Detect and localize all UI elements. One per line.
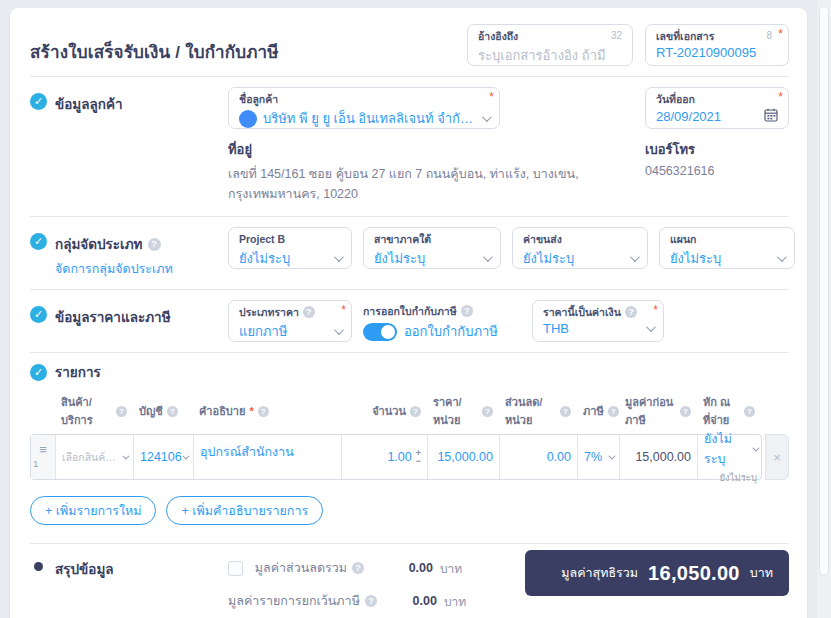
summary-value: 0.00 [382,594,437,608]
select-label: ค่าขนส่ง [523,233,562,245]
select-label: สาขาภาคใต้ [374,233,431,245]
col-withholding: หัก ณ ที่จ่าย [703,393,740,429]
help-icon[interactable]: ? [608,406,619,417]
doc-number-char-counter: 8 [766,30,772,42]
help-icon[interactable]: ? [744,406,755,417]
customer-name-value: บริษัท พี ยู ยู เอ็น อินเทลลิเจนท์ จำกัด… [263,108,473,129]
scrollbar-track[interactable] [817,0,831,618]
classification-select-project[interactable]: Project B ยังไม่ระบุ [228,227,352,269]
select-value: ยังไม่ระบุ [239,248,290,269]
issue-date-value: 28/09/2021 [656,109,721,124]
add-item-button[interactable]: + เพิ่มรายการใหม่ [30,496,156,525]
withholding-select[interactable]: ยังไม่ระบุ ยังไม่ระบุ [698,435,761,479]
chevron-down-icon [646,322,656,332]
stepper-minus-icon[interactable]: − [416,457,421,465]
classification-section: ✓ กลุ่มจัดประเภท ? จัดการกลุ่มจัดประเภท … [30,217,789,289]
grand-total-box: มูลค่าสุทธิรวม 16,050.00 บาท [525,550,789,596]
summary-unit: บาท [438,559,468,578]
unit-price-value: 15,000.00 [437,450,493,464]
currency-value: THB [543,321,569,336]
reference-input[interactable]: ระบุเอกสารอ้างอิง ถ้ามี [478,45,622,66]
section-check-icon: ✓ [30,306,47,323]
help-icon[interactable]: ? [461,305,473,317]
section-check-icon: ✓ [30,93,47,110]
unit-price-input[interactable]: 15,000.00 [428,435,500,479]
col-discount: ส่วนลด/หน่วย [505,393,556,429]
select-value: ยังไม่ระบุ [670,248,721,269]
tax-invoice-toggle[interactable] [363,323,397,341]
grand-total-value: 16,050.00 [648,562,740,585]
calendar-icon[interactable] [764,108,778,125]
pre-tax-value: 15,000.00 [635,450,691,464]
quantity-stepper[interactable]: 1.00 + − [342,435,428,479]
classification-select-shipping[interactable]: ค่าขนส่ง ยังไม่ระบุ [512,227,648,269]
classification-select-department[interactable]: แผนก ยังไม่ระบุ [659,227,795,269]
classification-section-header: ✓ กลุ่มจัดประเภท ? จัดการกลุ่มจัดประเภท [30,227,228,279]
issue-date-label: วันที่ออก [656,93,695,105]
help-icon[interactable]: ? [560,406,571,417]
manage-classification-link[interactable]: จัดการกลุ่มจัดประเภท [55,259,173,279]
pricing-section-label: ข้อมูลราคาและภาษี [55,306,171,328]
doc-number-field[interactable]: * เลขที่เอกสาร 8 RT-20210900095 [645,24,789,66]
col-unit-price: ราคา/หน่วย [433,393,478,429]
help-icon[interactable]: ? [680,406,691,417]
select-value: ยังไม่ระบุ [374,248,425,269]
tax-value: 7% [584,450,602,464]
chevron-down-icon [608,452,615,459]
help-icon[interactable]: ? [167,406,178,417]
summary-label: มูลค่ารายการยกเว้นภาษี [228,591,360,611]
customer-section-header: ✓ ข้อมูลลูกค้า [30,87,228,204]
price-type-select[interactable]: * ประเภทราคา ? แยกภาษี [228,300,352,342]
classification-select-branch[interactable]: สาขาภาคใต้ ยังไม่ระบุ [363,227,501,269]
help-icon[interactable]: ? [258,406,269,417]
summary-row-discount: มูลค่าส่วนลดรวม? 0.00 บาท [228,558,468,578]
help-icon[interactable]: ? [352,562,364,574]
chevron-down-icon [182,452,189,459]
required-asterisk: * [341,303,346,317]
select-label: แผนก [670,233,696,245]
help-icon[interactable]: ? [365,595,377,607]
select-label: Project B [239,233,285,245]
help-icon[interactable]: ? [116,406,127,417]
quantity-value: 1.00 [387,450,411,464]
account-value: 124106 [140,450,182,464]
product-select[interactable]: เลือกสินค้า/บริการ [56,435,134,479]
discount-checkbox[interactable] [228,561,243,576]
address-value: เลขที่ 145/161 ซอย คู้บอน 27 แยก 7 ถนนคู… [228,164,645,204]
discount-input[interactable]: 0.00 [500,435,578,479]
item-row-wrap: ≡ 1 เลือกสินค้า/บริการ 124106 อุปกรณ์สำน… [30,434,789,480]
required-asterisk: * [778,27,783,41]
customer-name-select[interactable]: * ชื่อลูกค้า บริษัท พี ยู ยู เอ็น อินเทล… [228,87,500,129]
col-pre-tax: มูลค่าก่อนภาษี [625,393,676,429]
description-input[interactable]: อุปกรณ์สำนักงาน [194,435,342,479]
chevron-down-icon [122,452,129,459]
tax-invoice-toggle-label: ออกใบกำกับภาษี [404,321,498,342]
summary-section: สรุปข้อมูล มูลค่าส่วนลดรวม? 0.00 บาท มูล… [30,544,789,618]
items-section-label: รายการ [55,361,101,383]
summary-rows: มูลค่าส่วนลดรวม? 0.00 บาท มูลค่ารายการยก… [228,556,468,618]
phone-label: เบอร์โทร [645,139,789,160]
phone-value: 0456321616 [645,164,789,178]
help-icon[interactable]: ? [303,306,315,318]
reference-field[interactable]: อ้างอิงถึง 32 ระบุเอกสารอ้างอิง ถ้ามี [467,24,633,66]
currency-select[interactable]: * ราคานี้เป็นค่าเงิน ? THB [532,300,664,342]
issue-date-field[interactable]: * วันที่ออก 28/09/2021 [645,87,789,129]
doc-number-input[interactable]: RT-20210900095 [656,45,778,60]
add-description-button[interactable]: + เพิ่มคำอธิบายรายการ [166,496,323,525]
drag-handle-icon: ≡ [39,445,47,455]
tax-select[interactable]: 7% [578,435,620,479]
account-select[interactable]: 124106 [134,435,194,479]
select-value: ยังไม่ระบุ [523,248,574,269]
help-icon[interactable]: ? [482,406,493,417]
scrollbar-thumb[interactable] [819,6,829,576]
form-header: สร้างใบเสร็จรับเงิน / ใบกำกับภาษี อ้างอิ… [30,8,789,76]
help-icon[interactable]: ? [410,406,421,417]
help-icon[interactable]: ? [625,306,637,318]
section-check-icon: ✓ [30,233,47,250]
delete-row-button[interactable]: × [765,434,789,480]
drag-handle[interactable]: ≡ 1 [31,435,56,479]
customer-name-label: ชื่อลูกค้า [239,93,278,105]
row-index: 1 [33,458,38,469]
chevron-down-icon [777,252,787,262]
help-icon[interactable]: ? [148,238,161,251]
